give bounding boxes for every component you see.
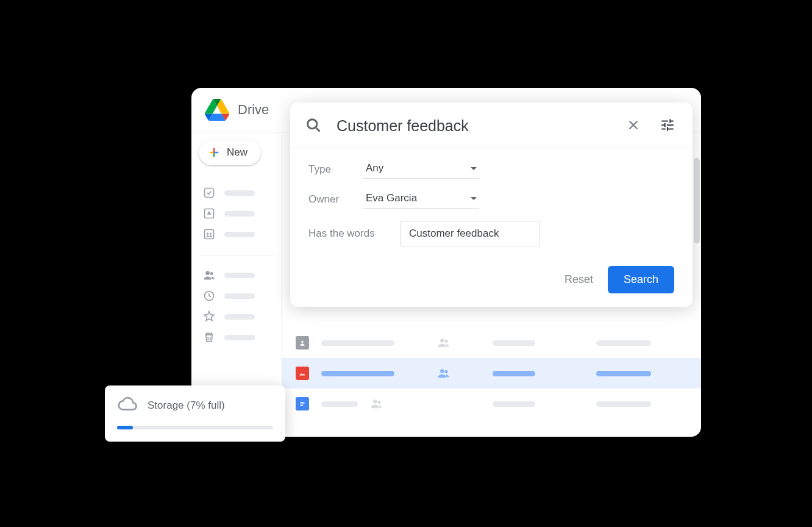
file-meta-placeholder (596, 371, 651, 376)
filter-words-label: Has the words (308, 228, 400, 240)
close-icon (627, 118, 640, 134)
filter-owner-value: Eva Garcia (366, 192, 417, 204)
nav-placeholder (224, 293, 255, 299)
trash-icon (202, 331, 216, 344)
plus-icon (207, 146, 221, 159)
svg-point-3 (207, 233, 208, 235)
filter-type-select[interactable]: Any (363, 160, 479, 179)
search-filters: Type Any Owner Eva Garcia Has the words … (290, 148, 693, 307)
nav-placeholder (224, 273, 255, 278)
filter-row-owner: Owner Eva Garcia (308, 190, 674, 209)
search-actions: Reset Search (308, 257, 674, 293)
filter-owner-select[interactable]: Eva Garcia (363, 190, 479, 209)
svg-point-9 (440, 339, 444, 342)
check-badge-icon (202, 186, 216, 199)
file-meta-placeholder (596, 401, 651, 407)
storage-label: Storage (7% full) (148, 400, 225, 412)
file-row-folder[interactable] (282, 328, 701, 358)
caret-down-icon (471, 167, 477, 170)
file-name-placeholder (321, 371, 394, 376)
svg-point-10 (445, 340, 448, 343)
svg-point-4 (210, 233, 212, 235)
nav-placeholder (224, 314, 255, 320)
nav-item-sharedwithme[interactable] (199, 265, 274, 285)
svg-point-14 (378, 401, 381, 404)
folder-shared-icon (296, 336, 309, 350)
filter-type-value: Any (366, 162, 383, 174)
drive-icon (202, 207, 216, 220)
file-name-placeholder (321, 340, 394, 346)
shared-icon (437, 367, 451, 380)
nav-group-2 (199, 256, 274, 353)
nav-item-starred[interactable] (199, 306, 274, 327)
storage-progress-bar (117, 426, 273, 429)
svg-rect-0 (205, 188, 214, 198)
people-icon (202, 268, 216, 282)
nav-placeholder (224, 232, 255, 237)
nav-item-shared-drives[interactable] (199, 224, 274, 245)
file-row-image[interactable] (282, 358, 701, 389)
filter-type-label: Type (308, 163, 363, 176)
caret-down-icon (471, 197, 477, 200)
shared-icon (370, 397, 383, 410)
file-meta-placeholder (493, 401, 535, 407)
search-icon[interactable] (305, 117, 322, 136)
filter-owner-label: Owner (308, 193, 363, 206)
doc-file-icon (296, 397, 309, 410)
nav-placeholder (224, 335, 255, 340)
svg-point-12 (445, 370, 448, 373)
filter-words-input[interactable] (400, 221, 540, 246)
cloud-icon (117, 394, 138, 417)
storage-header: Storage (7% full) (117, 394, 273, 417)
tune-icon (660, 117, 675, 135)
svg-rect-2 (205, 230, 214, 239)
filter-row-type: Type Any (308, 160, 674, 179)
shared-drives-icon (202, 228, 216, 241)
storage-card[interactable]: Storage (7% full) (105, 385, 285, 442)
nav-item-priority[interactable] (199, 182, 274, 203)
nav-placeholder (224, 190, 255, 196)
svg-point-15 (308, 119, 317, 128)
file-meta-placeholder (493, 340, 535, 346)
file-meta-placeholder (596, 340, 651, 346)
nav-group-1 (199, 177, 274, 249)
nav-item-trash[interactable] (199, 327, 274, 348)
search-header (290, 102, 693, 148)
storage-progress-fill (117, 426, 133, 429)
advanced-search-panel: Type Any Owner Eva Garcia Has the words … (290, 102, 693, 307)
star-icon (202, 310, 216, 323)
svg-point-8 (301, 341, 304, 343)
clock-icon (202, 289, 216, 303)
svg-point-13 (373, 400, 377, 403)
image-file-icon (296, 367, 309, 380)
reset-button[interactable]: Reset (564, 273, 593, 286)
filter-row-words: Has the words (308, 221, 674, 246)
search-options-button[interactable] (657, 115, 678, 137)
app-name: Drive (238, 102, 269, 118)
search-button[interactable]: Search (608, 266, 674, 293)
search-input[interactable] (337, 117, 610, 135)
nav-item-mydrive[interactable] (199, 203, 274, 224)
clear-search-button[interactable] (624, 116, 643, 136)
scrollbar-thumb[interactable] (694, 158, 700, 243)
new-button[interactable]: New (199, 140, 261, 165)
new-button-label: New (227, 146, 248, 159)
file-meta-placeholder (493, 371, 535, 376)
svg-point-5 (205, 271, 210, 275)
drive-logo-icon (205, 99, 229, 121)
shared-icon (437, 336, 451, 350)
nav-item-recent[interactable] (199, 285, 274, 306)
nav-placeholder (224, 211, 255, 217)
file-row-doc[interactable] (282, 389, 701, 419)
svg-point-6 (210, 272, 213, 275)
svg-point-11 (440, 369, 444, 373)
file-name-placeholder (321, 401, 358, 407)
